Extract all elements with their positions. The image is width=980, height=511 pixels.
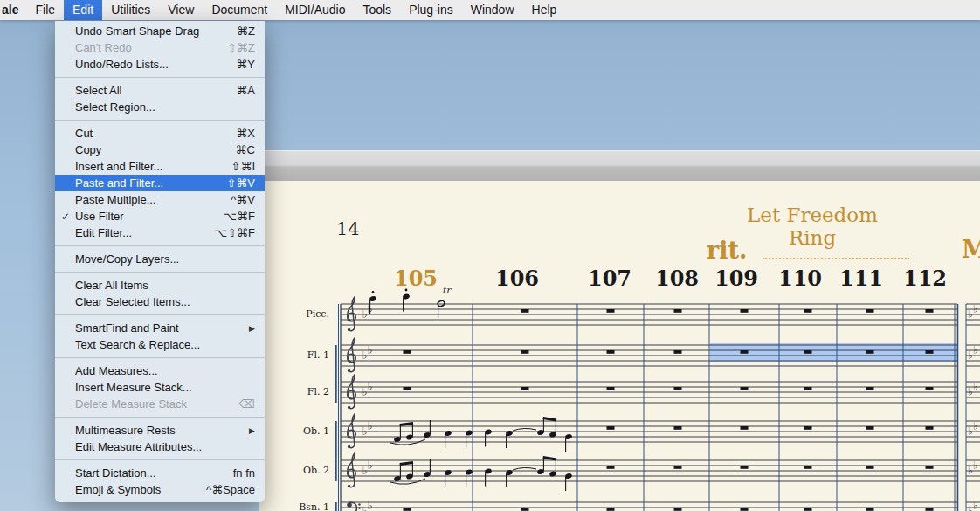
menu-item-label: Clear All Items [75, 279, 255, 292]
menu-item-shortcut: ⌥⌘F [224, 210, 255, 223]
measure-number-106[interactable]: 106 [482, 266, 552, 291]
menu-item-insert-measure-stack[interactable]: Insert Measure Stack... [55, 379, 265, 396]
rit-dashed-line [763, 258, 909, 259]
svg-text:♭: ♭ [973, 303, 978, 315]
menu-item-label: Clear Selected Items... [75, 295, 255, 308]
menubar-item-midi-audio[interactable]: MIDI/Audio [276, 0, 354, 20]
menu-item-use-filter[interactable]: ✓Use Filter⌥⌘F [55, 208, 265, 224]
menu-item-shortcut: ⌥⇧⌘F [214, 226, 255, 239]
svg-text:♭: ♭ [968, 386, 973, 398]
staff-label-oboe-1: Ob. 1 [266, 425, 329, 437]
measure-number-111[interactable]: 111 [826, 266, 896, 291]
menu-separator [55, 459, 265, 460]
svg-text:♭: ♭ [368, 499, 373, 511]
svg-text:♭: ♭ [968, 425, 973, 438]
svg-text:♭: ♭ [973, 459, 978, 472]
menubar-item-window[interactable]: Window [462, 0, 523, 20]
menu-item-label: Edit Filter... [75, 226, 214, 239]
menu-separator [55, 272, 265, 273]
menu-item-select-all[interactable]: Select All⌘A [55, 82, 265, 99]
menu-item-clear-all-items[interactable]: Clear All Items [55, 277, 265, 293]
menu-item-label: Select Region... [75, 100, 255, 114]
svg-text:♭: ♭ [368, 343, 373, 356]
measure-number-109[interactable]: 109 [701, 266, 771, 291]
menu-separator [55, 245, 265, 246]
menu-item-label: Insert Measure Stack... [75, 381, 255, 394]
measure-number-107[interactable]: 107 [575, 266, 645, 291]
staff-label-flute-2: Fl. 2 [266, 386, 329, 397]
menu-item-shortcut: ⇧⌘V [226, 176, 255, 190]
submenu-arrow-icon: ▶ [249, 426, 255, 435]
app-menu-partial[interactable]: ale [0, 0, 26, 20]
menu-item-shortcut: ⌫ [239, 397, 255, 411]
menu-item-label: Move/Copy Layers... [75, 252, 255, 266]
svg-text:♭: ♭ [968, 465, 973, 477]
menu-item-paste-multiple[interactable]: Paste Multiple...^⌘V [55, 191, 265, 208]
rehearsal-mark-partial: M [962, 235, 980, 264]
staff-label-piccolo: Picc. [266, 308, 329, 320]
menu-item-cut[interactable]: Cut⌘X [55, 125, 265, 142]
menu-item-shortcut: ⇧⌘Z [227, 41, 255, 54]
score-document-window: ♭♭♭♭♭♭♭♭♭♭♭♭♭♭♭♭♭♭♭♭♭♭♭♭ 14 Let Freedom … [259, 150, 980, 511]
menu-item-delete-measure-stack: Delete Measure Stack⌫ [55, 396, 265, 412]
menu-item-select-region[interactable]: Select Region... [55, 99, 265, 115]
menu-item-label: Undo/Redo Lists... [75, 58, 236, 71]
menu-item-edit-measure-attributes[interactable]: Edit Measure Attributes... [55, 438, 265, 455]
menu-item-insert-and-filter[interactable]: Insert and Filter...⇧⌘I [55, 158, 265, 175]
window-titlebar[interactable] [259, 150, 980, 182]
menubar-item-edit[interactable]: Edit [64, 0, 102, 20]
menu-item-undo-smart-shape-drag[interactable]: Undo Smart Shape Drag⌘Z [55, 23, 265, 39]
svg-text:♭: ♭ [973, 344, 978, 356]
svg-text:♭: ♭ [968, 505, 973, 511]
menu-item-can-t-redo: Can't Redo⇧⌘Z [55, 39, 265, 56]
menu-item-edit-filter[interactable]: Edit Filter...⌥⇧⌘F [55, 224, 265, 241]
edit-menu-dropdown: Undo Smart Shape Drag⌘ZCan't Redo⇧⌘ZUndo… [55, 21, 265, 502]
staff-label-flute-1: Fl. 1 [266, 349, 329, 361]
menubar-item-tools[interactable]: Tools [354, 0, 400, 20]
menu-separator [55, 417, 265, 418]
menu-item-move-copy-layers[interactable]: Move/Copy Layers... [55, 251, 265, 267]
svg-text:♭: ♭ [968, 308, 973, 321]
menu-item-smartfind-and-paint[interactable]: SmartFind and Paint▶ [55, 320, 265, 336]
rit-marking[interactable]: rit. [707, 237, 747, 264]
menu-item-paste-and-filter[interactable]: Paste and Filter...⇧⌘V [55, 175, 265, 191]
measure-number-112[interactable]: 112 [890, 266, 960, 291]
menubar-item-file[interactable]: File [26, 0, 64, 20]
menubar-item-plug-ins[interactable]: Plug-ins [400, 0, 462, 20]
menu-item-undo-redo-lists[interactable]: Undo/Redo Lists...⌘Y [55, 56, 265, 73]
menu-item-text-search-replace[interactable]: Text Search & Replace... [55, 336, 265, 353]
menubar-item-view[interactable]: View [159, 0, 203, 20]
menu-item-label: Undo Smart Shape Drag [75, 24, 237, 38]
page-number: 14 [336, 218, 360, 239]
svg-text:♭: ♭ [968, 349, 973, 362]
menu-item-copy[interactable]: Copy⌘C [55, 142, 265, 158]
menubar-item-utilities[interactable]: Utilities [102, 0, 159, 20]
menubar: ale FileEditUtilitiesViewDocumentMIDI/Au… [0, 0, 980, 20]
menu-item-emoji-symbols[interactable]: Emoji & Symbols^⌘Space [55, 481, 265, 498]
menu-item-label: Edit Measure Attributes... [75, 440, 255, 453]
menu-item-label: Paste Multiple... [75, 193, 231, 206]
menu-item-shortcut: fn fn [233, 466, 255, 480]
menu-separator [55, 314, 265, 315]
menu-item-shortcut: ^⌘V [231, 193, 255, 206]
measure-number-110[interactable]: 110 [765, 266, 835, 291]
menu-item-clear-selected-items[interactable]: Clear Selected Items... [55, 293, 265, 310]
menubar-item-help[interactable]: Help [523, 0, 566, 20]
menubar-item-document[interactable]: Document [203, 0, 276, 20]
menu-item-label: Add Measures... [75, 364, 255, 377]
menu-item-label: Insert and Filter... [75, 160, 231, 173]
submenu-arrow-icon: ▶ [249, 324, 255, 333]
menu-item-multimeasure-rests[interactable]: Multimeasure Rests▶ [55, 422, 265, 438]
score-page[interactable]: ♭♭♭♭♭♭♭♭♭♭♭♭♭♭♭♭♭♭♭♭♭♭♭♭ 14 Let Freedom … [259, 181, 980, 511]
menu-item-shortcut: ⌘Y [236, 58, 255, 71]
menu-item-shortcut: ⌘X [236, 127, 255, 140]
menubar-items: FileEditUtilitiesViewDocumentMIDI/AudioT… [26, 0, 565, 20]
menu-item-start-dictation[interactable]: Start Dictation...fn fn [55, 465, 265, 481]
menu-item-shortcut: ^⌘Space [206, 483, 255, 496]
menu-item-add-measures[interactable]: Add Measures... [55, 363, 265, 379]
svg-text:♭: ♭ [973, 381, 978, 393]
menu-item-label: Delete Measure Stack [75, 397, 239, 411]
menu-separator [55, 120, 265, 121]
menu-item-label: Cut [75, 127, 236, 140]
measure-number-105[interactable]: 105 [381, 266, 451, 291]
